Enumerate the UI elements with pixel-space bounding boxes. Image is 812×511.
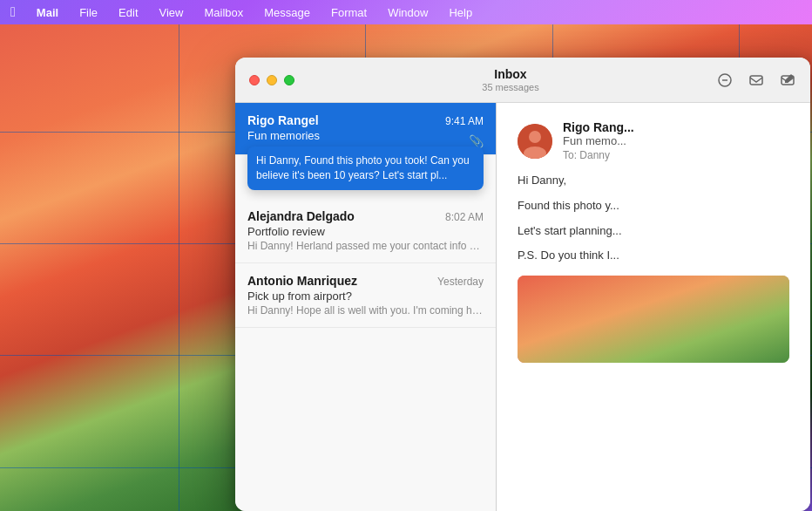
window-titlebar: Inbox 35 messages bbox=[235, 58, 810, 103]
message-detail: Rigo Rang... Fun memo... To: Danny Hi Da… bbox=[497, 103, 810, 511]
window-body: Rigo Rangel 9:41 AM Fun memories 📎 Hi Da… bbox=[235, 103, 810, 511]
detail-subject: Fun memo... bbox=[563, 134, 634, 147]
preview-3: Hi Danny! Hope all is well with you. I'm… bbox=[247, 304, 484, 317]
menu-edit[interactable]: Edit bbox=[115, 4, 141, 21]
close-button[interactable] bbox=[249, 75, 260, 85]
detail-photo-thumbnail bbox=[518, 276, 789, 363]
menu-mail[interactable]: Mail bbox=[33, 4, 62, 21]
message-item-3[interactable]: Antonio Manriquez Yesterday Pick up from… bbox=[235, 263, 496, 328]
mail-window: Inbox 35 messages bbox=[235, 58, 810, 511]
window-title-area: Inbox 35 messages bbox=[305, 67, 716, 92]
menu-view[interactable]: View bbox=[156, 4, 187, 21]
sender-2: Alejandra Delgado bbox=[247, 209, 355, 223]
detail-sender-info: Rigo Rang... Fun memo... To: Danny bbox=[563, 120, 634, 161]
subject-2: Portfolio review bbox=[247, 225, 484, 238]
subject-3: Pick up from airport? bbox=[247, 290, 484, 303]
subject-1: Fun memories bbox=[247, 129, 484, 142]
message-item-1[interactable]: Rigo Rangel 9:41 AM Fun memories 📎 Hi Da… bbox=[235, 103, 496, 155]
filter-icon[interactable] bbox=[716, 72, 734, 89]
detail-body: Hi Danny, Found this photo y... Let's st… bbox=[518, 172, 789, 265]
body-line-1: Hi Danny, bbox=[518, 172, 789, 190]
detail-sender-row: Rigo Rang... Fun memo... To: Danny bbox=[518, 120, 789, 161]
body-line-2: Found this photo y... bbox=[518, 197, 789, 215]
time-2: 8:02 AM bbox=[445, 211, 484, 223]
tooltip-text: Hi Danny, Found this photo you took! Can… bbox=[256, 153, 475, 183]
compose-icon[interactable] bbox=[779, 72, 796, 89]
traffic-lights bbox=[249, 75, 294, 85]
titlebar-actions bbox=[716, 72, 796, 89]
menu-file[interactable]: File bbox=[76, 4, 101, 21]
time-1: 9:41 AM bbox=[445, 115, 484, 127]
menu-message[interactable]: Message bbox=[261, 4, 314, 21]
menu-bar:  Mail File Edit View Mailbox Message Fo… bbox=[0, 0, 812, 24]
mailbox-icon[interactable] bbox=[748, 72, 765, 89]
body-line-3: Let's start planning... bbox=[518, 222, 789, 241]
message-preview-tooltip: Hi Danny, Found this photo you took! Can… bbox=[247, 146, 484, 190]
sender-1: Rigo Rangel bbox=[247, 113, 319, 127]
preview-2: Hi Danny! Herland passed me your contact… bbox=[247, 240, 484, 252]
detail-to: To: Danny bbox=[563, 149, 634, 161]
message-header-2: Alejandra Delgado 8:02 AM bbox=[247, 209, 484, 223]
grid-line-v1 bbox=[179, 24, 179, 511]
body-line-4: P.S. Do you think I... bbox=[518, 247, 789, 265]
svg-rect-2 bbox=[750, 76, 762, 85]
to-name: Danny bbox=[579, 149, 610, 161]
detail-sender-name: Rigo Rang... bbox=[563, 120, 634, 134]
message-header-3: Antonio Manriquez Yesterday bbox=[247, 274, 484, 288]
time-3: Yesterday bbox=[437, 276, 484, 288]
message-list[interactable]: Rigo Rangel 9:41 AM Fun memories 📎 Hi Da… bbox=[235, 103, 497, 511]
menu-window[interactable]: Window bbox=[384, 4, 431, 21]
message-header-1: Rigo Rangel 9:41 AM bbox=[247, 113, 484, 127]
svg-point-5 bbox=[529, 131, 541, 143]
to-label: To: bbox=[563, 149, 577, 161]
maximize-button[interactable] bbox=[284, 75, 294, 85]
inbox-title: Inbox bbox=[305, 67, 716, 81]
wallpaper: Inbox 35 messages bbox=[0, 24, 812, 511]
message-item-2[interactable]: Alejandra Delgado 8:02 AM Portfolio revi… bbox=[235, 199, 496, 263]
menu-format[interactable]: Format bbox=[328, 4, 370, 21]
svg-rect-7 bbox=[518, 276, 789, 363]
apple-menu[interactable]:  bbox=[7, 3, 19, 22]
avatar bbox=[518, 124, 552, 159]
minimize-button[interactable] bbox=[267, 75, 277, 85]
menu-mailbox[interactable]: Mailbox bbox=[200, 4, 247, 21]
sender-3: Antonio Manriquez bbox=[247, 274, 357, 288]
menu-help[interactable]: Help bbox=[445, 4, 476, 21]
message-count: 35 messages bbox=[305, 82, 716, 92]
